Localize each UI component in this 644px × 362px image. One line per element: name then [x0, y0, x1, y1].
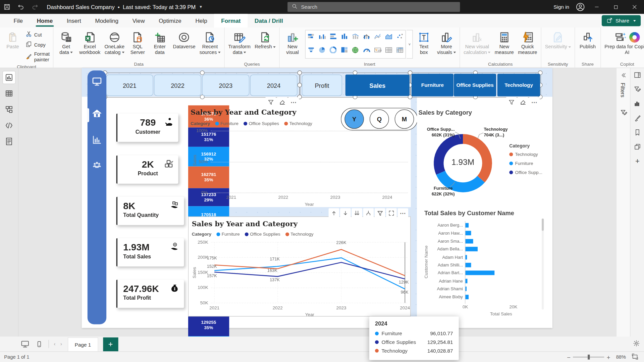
funnel-icon[interactable]	[375, 208, 385, 218]
gallery-visual-combo2-icon[interactable]	[363, 33, 370, 42]
pane-icon[interactable]	[633, 70, 642, 79]
monitor-icon[interactable]	[92, 76, 102, 88]
ribbon-tab-file[interactable]: File	[7, 14, 30, 27]
desktop-layout-icon[interactable]	[18, 337, 32, 351]
ribbon-button-onelake-catalog[interactable]: OneLakecatalog	[102, 28, 126, 56]
filter-funnel-icon[interactable]	[620, 109, 628, 118]
gallery-visual-clustered-column-icon[interactable]	[318, 33, 326, 42]
ribbon-button-format-painter[interactable]: Format painter	[24, 50, 51, 63]
customer-bar-adrian-hane[interactable]	[465, 279, 467, 283]
layers-icon[interactable]	[633, 142, 642, 151]
donut-slice-office-supplies[interactable]	[439, 139, 463, 173]
arrow-up-icon[interactable]	[329, 208, 339, 218]
document-title[interactable]: Dashboard Sales Company • Last saved: To…	[47, 4, 196, 10]
home-icon[interactable]	[92, 108, 102, 121]
gallery-visual-area-icon[interactable]	[385, 33, 392, 42]
gallery-visual-scatter-icon[interactable]	[396, 33, 404, 42]
drill-icon[interactable]	[363, 208, 374, 218]
kpi-card-product[interactable]: 2KProduct	[116, 156, 178, 184]
title-dropdown-icon[interactable]: ▼	[199, 5, 203, 9]
eraser-icon[interactable]	[518, 97, 528, 107]
ribbon-button-cut[interactable]: Cut	[24, 30, 51, 39]
ribbon-tab-home[interactable]: Home	[30, 14, 60, 27]
bookmark-icon[interactable]	[633, 128, 642, 137]
settings-gear-icon[interactable]	[633, 340, 640, 348]
view-rail-table-view[interactable]	[3, 87, 15, 100]
page-tab[interactable]: Page 1	[68, 337, 98, 352]
selection-handle[interactable]	[298, 82, 302, 87]
category-slicer-office-supplies[interactable]: Office Supplies	[454, 74, 496, 96]
undo-icon[interactable]	[14, 0, 28, 14]
selection-handle[interactable]	[298, 70, 302, 75]
customer-bar-aaron-sma-[interactable]	[465, 239, 473, 243]
expand-pane-icon[interactable]	[620, 72, 626, 80]
gallery-visual-pie-icon[interactable]	[318, 46, 326, 55]
customer-bar-adam-bella-[interactable]	[465, 247, 478, 251]
customer-bar-aaron-berg-[interactable]	[465, 223, 469, 227]
fit-to-page-icon[interactable]	[632, 353, 638, 361]
year-slicer-2022[interactable]: 2022	[154, 75, 201, 96]
double-down-icon[interactable]	[352, 208, 362, 218]
sign-in-button[interactable]: Sign in	[553, 4, 569, 10]
ribbon-button-new-measure[interactable]: Newmeasure	[493, 28, 516, 56]
bar-chart-icon[interactable]	[633, 99, 642, 108]
ribbon-tab-datadrill[interactable]: Data / Drill	[248, 14, 290, 27]
ribbon-button-dataverse[interactable]: Dataverse	[171, 28, 197, 51]
kpi-card-total-profit[interactable]: 247.96KTotal Profit	[116, 280, 184, 308]
view-rail-report-view[interactable]	[3, 71, 15, 84]
kpi-card-total-sales[interactable]: 1.93MTotal Sales	[116, 238, 184, 266]
prev-page-icon[interactable]: ‹	[51, 341, 58, 347]
funnel-icon[interactable]	[265, 97, 276, 107]
people-icon[interactable]	[92, 160, 102, 172]
gallery-visual-line-icon[interactable]	[374, 33, 381, 42]
bar-chart-icon[interactable]	[92, 134, 102, 147]
donut-visual[interactable]: Sales by Category 1.93MOffice Supp...602…	[417, 106, 546, 205]
ribbon-button-transform-data[interactable]: Transformdata	[226, 28, 253, 56]
gallery-visual-map-icon[interactable]	[352, 46, 359, 55]
customer-bar-adrian-shami[interactable]	[465, 287, 467, 291]
gallery-visual-table-icon[interactable]	[385, 46, 392, 55]
ribbon-tab-insert[interactable]: Insert	[60, 14, 88, 27]
arrow-down-icon[interactable]	[340, 208, 351, 218]
ribbon-button-new-visual[interactable]: Newvisual	[281, 28, 304, 56]
save-icon[interactable]	[0, 0, 14, 14]
filters-pane-label[interactable]: Filters	[620, 83, 626, 97]
ribbon-button-get-data[interactable]: Getdata	[55, 28, 77, 56]
selection-handle[interactable]	[200, 70, 204, 75]
gallery-visual-combo-icon[interactable]	[352, 33, 359, 42]
zoom-out-button[interactable]: −	[567, 354, 571, 361]
zoom-slider[interactable]	[573, 357, 604, 357]
search-input[interactable]: Search	[287, 2, 460, 12]
mobile-layout-icon[interactable]	[32, 337, 46, 351]
customer-bar-aaron-haw-[interactable]	[465, 231, 471, 235]
ribbon-button-publish[interactable]: Publish	[577, 28, 599, 51]
customer-bar-adrian-bart-[interactable]	[465, 271, 494, 275]
measure-slicer-profit[interactable]: Profit	[302, 75, 342, 96]
gallery-visual-treemap-icon[interactable]	[340, 46, 348, 55]
dots-icon[interactable]: ⋯	[529, 97, 540, 107]
period-option-m[interactable]: M	[395, 110, 414, 129]
ribbon-button-refresh[interactable]: Refresh	[253, 28, 278, 51]
view-rail-tmdl-view[interactable]	[3, 135, 15, 148]
gallery-visual-donut-icon[interactable]	[329, 46, 337, 55]
customer-bar-adam-hart[interactable]	[465, 255, 467, 259]
kpi-card-customer[interactable]: 789Customer	[116, 114, 178, 142]
ribbon-button-enter-data[interactable]: Enterdata	[149, 28, 171, 56]
scrollbar[interactable]	[542, 219, 544, 310]
year-slicer-2023[interactable]: 2023	[202, 75, 249, 96]
funnel-pencil-icon[interactable]	[633, 85, 642, 94]
view-rail-dax-view[interactable]	[3, 119, 15, 132]
new-page-button[interactable]: +	[103, 338, 118, 352]
minimize-button[interactable]	[587, 0, 606, 14]
zoom-in-button[interactable]: +	[607, 354, 610, 361]
focus-icon[interactable]	[386, 208, 397, 218]
customer-bar-aimee-bixby[interactable]	[465, 295, 469, 299]
ribbon-tab-optimize[interactable]: Optimize	[152, 14, 188, 27]
gallery-visual-stacked-bar-icon[interactable]	[307, 33, 315, 42]
ribbon-button-copy[interactable]: Copy	[24, 40, 51, 50]
year-slicer-2021[interactable]: 2021	[106, 75, 153, 96]
kpi-card-total-quantity[interactable]: 8KTotal Quantity	[116, 197, 184, 225]
category-slicer-furniture[interactable]: Furniture	[412, 74, 453, 96]
ribbon-button-more-visuals[interactable]: Morevisuals	[435, 28, 458, 56]
ribbon-tab-help[interactable]: Help	[189, 14, 214, 27]
